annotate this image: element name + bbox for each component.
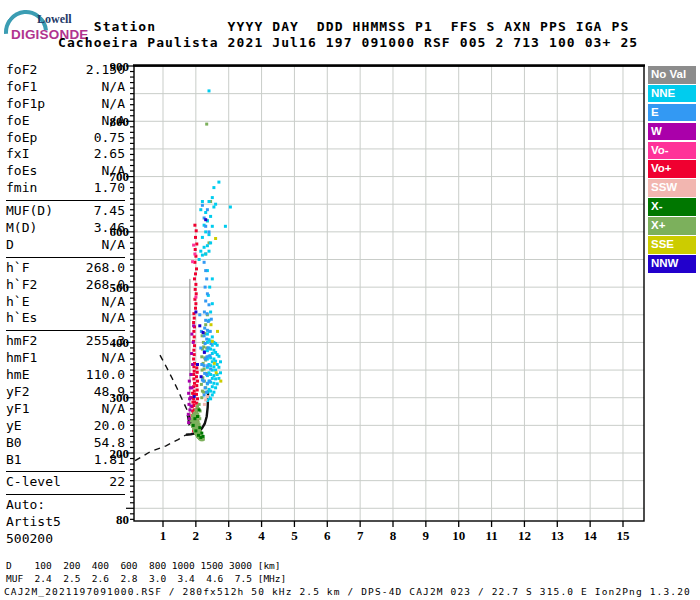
parameter-label: D	[6, 237, 14, 254]
echo-point-w	[191, 363, 194, 366]
muf-row: MUF 2.4 2.5 2.6 2.8 3.0 3.4 4.6 7.5 [MHz…	[6, 573, 286, 584]
echo-point-nne	[208, 89, 211, 92]
echo-point-nne	[211, 196, 214, 199]
echo-point-e	[208, 380, 211, 383]
echo-point-nne	[211, 335, 214, 338]
parameter-row-ye: yE20.0	[6, 418, 125, 435]
echo-point-nnw	[204, 218, 207, 221]
legend-item-e: E	[648, 104, 696, 122]
echo-point-vo+	[193, 353, 196, 356]
echo-point-x+	[200, 383, 203, 386]
echo-point-e	[205, 391, 208, 394]
echo-point-vo-	[194, 296, 197, 299]
echo-point-nne	[209, 311, 212, 314]
echo-point-sse	[219, 380, 222, 383]
x-tick-label: 12	[518, 528, 531, 543]
echo-point-nne	[209, 241, 212, 244]
echo-point-nne	[229, 206, 232, 209]
echo-point-x+	[203, 368, 206, 371]
echo-point-w	[187, 421, 190, 424]
echo-point-x+	[205, 123, 208, 126]
parameter-label: hmE	[6, 367, 29, 384]
echo-point-vo-	[192, 244, 195, 247]
parameter-label: foEs	[6, 163, 37, 180]
echo-point-e	[205, 277, 208, 280]
echo-point-nne	[209, 348, 212, 351]
echo-point-vo+	[191, 392, 194, 395]
x-tick-label: 6	[324, 528, 331, 543]
echo-point-nne	[214, 203, 217, 206]
y-tick-label: 800	[110, 114, 129, 129]
echo-point-vo+	[192, 321, 195, 324]
parameter-label: C-level	[6, 474, 61, 491]
parameter-row-foe: foEN/A	[6, 113, 125, 130]
echo-point-nne	[216, 382, 219, 385]
echo-point-vo-	[191, 260, 194, 263]
echo-point-e	[208, 230, 211, 233]
echo-point-w	[188, 380, 191, 383]
y-tick-label: 900	[110, 59, 129, 74]
echo-point-vo+	[194, 307, 197, 310]
echo-point-sse	[213, 362, 216, 365]
parameter-label: foF1p	[6, 96, 45, 113]
echo-point-w	[189, 396, 192, 399]
echo-point-nne	[204, 253, 207, 256]
echo-point-w	[190, 386, 193, 389]
parameter-row-fof1p: foF1pN/A	[6, 96, 125, 113]
echo-point-nne	[201, 254, 204, 257]
echo-point-x-	[198, 426, 201, 429]
parameter-row-hes: h`EsN/A	[6, 310, 125, 327]
echo-point-nne	[199, 208, 202, 211]
echo-point-e	[206, 208, 209, 211]
echo-point-nne	[217, 377, 220, 380]
echo-point-e	[198, 313, 201, 316]
parameter-row-hf: h`F268.0	[6, 260, 125, 277]
parameter-label: hmF2	[6, 333, 37, 350]
echo-point-nne	[206, 333, 209, 336]
section-divider	[6, 257, 125, 258]
section-divider	[6, 494, 125, 495]
echo-point-sse	[216, 330, 219, 333]
parameter-label: MUF(D)	[6, 203, 53, 220]
echo-point-vo+	[195, 366, 198, 369]
echo-point-vo+	[196, 389, 199, 392]
parameter-row-500200: 500200	[6, 531, 125, 548]
echo-point-x-	[200, 432, 203, 435]
parameter-row-fmin: fmin1.70	[6, 180, 125, 197]
echo-point-vo+	[196, 380, 199, 383]
x-tick-label: 4	[258, 528, 265, 543]
section-divider	[6, 330, 125, 331]
echo-point-nnw	[200, 375, 203, 378]
echo-point-nne	[211, 385, 214, 388]
x-tick-label: 13	[551, 528, 565, 543]
echo-point-e	[204, 269, 207, 272]
x-tick-label: 7	[357, 528, 364, 543]
echo-point-nne	[216, 363, 219, 366]
echo-point-nne	[217, 366, 220, 369]
parameter-row-fxi: fxI2.65	[6, 146, 125, 163]
echo-point-vo+	[192, 358, 195, 361]
echo-point-nne	[211, 377, 214, 380]
echo-point-nne	[214, 386, 217, 389]
legend-item-w: W	[648, 123, 696, 141]
echo-point-e	[204, 225, 207, 228]
echo-point-vo+	[194, 283, 197, 286]
echo-point-x+	[204, 323, 207, 326]
y-tick-label: 80	[116, 512, 129, 527]
echo-point-nne	[216, 344, 219, 347]
echo-point-ssw	[203, 403, 206, 406]
echo-point-vo+	[195, 229, 198, 232]
echo-point-ssw	[206, 395, 209, 398]
ionogram-plot: 9008007006005004003002008012345678910111…	[110, 56, 670, 556]
parameter-row-hmf2: hmF2255.3	[6, 333, 125, 350]
echo-point-e	[206, 364, 209, 367]
echo-point-nne	[209, 373, 212, 376]
echo-point-nnw	[193, 395, 196, 398]
echo-point-nne	[214, 369, 217, 372]
echo-point-x+	[202, 345, 205, 348]
echo-point-e	[201, 379, 204, 382]
echo-point-x+	[198, 403, 201, 406]
parameter-row-artist5: Artist5	[6, 514, 125, 531]
echo-point-vo+	[194, 288, 197, 291]
transmission-curve-upper	[160, 355, 190, 419]
